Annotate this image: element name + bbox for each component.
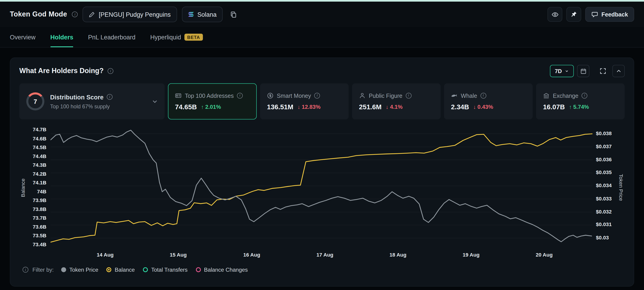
tab-overview[interactable]: Overview <box>10 27 36 47</box>
balance-dot <box>106 267 112 272</box>
person-icon <box>359 92 366 99</box>
price-tick: $0.038 <box>596 131 612 136</box>
copy-address-button[interactable] <box>228 7 239 22</box>
x-axis-label: 17 Aug <box>316 252 334 258</box>
legend-balance[interactable]: Balance <box>106 267 135 273</box>
stat-change: ↓ 4.1% <box>386 104 403 110</box>
x-axis-labels: 14 Aug15 Aug16 Aug17 Aug18 Aug19 Aug20 A… <box>50 249 593 260</box>
balance-tick: 74.3B <box>33 162 46 168</box>
stat-value: 74.65B <box>175 103 197 111</box>
balance-tick: 74.5B <box>33 145 46 150</box>
chart-legend: Filter by: Token Price Balance Total Tra… <box>19 263 625 276</box>
balance-tick: 74.7B <box>33 127 46 133</box>
time-range-value: 7D <box>555 68 562 74</box>
balance-tick: 74.2B <box>33 171 46 177</box>
x-axis-label: 20 Aug <box>536 252 553 258</box>
left-axis-title: Balance <box>19 126 26 249</box>
caret-down-icon <box>565 69 569 73</box>
stat-card-whale[interactable]: Whale 2.34B ↓ 0.43% <box>444 83 532 120</box>
copy-icon <box>230 11 237 18</box>
balance-tick: 74B <box>37 189 46 195</box>
stat-card-smart-money[interactable]: Smart Money 136.51M ↓ 12.83% <box>260 83 348 120</box>
beta-badge: BETA <box>184 34 203 40</box>
panel-title: What Are Holders Doing? <box>19 67 104 75</box>
distribution-score-gauge: 7 <box>26 92 44 110</box>
time-range-selector[interactable]: 7D <box>550 65 574 77</box>
legend-token-price[interactable]: Token Price <box>61 267 98 273</box>
x-axis-label: 15 Aug <box>170 252 187 258</box>
pin-button[interactable] <box>566 7 582 22</box>
balance-tick: 74.4B <box>33 153 46 159</box>
info-icon <box>107 94 112 100</box>
stat-card-top-100-addresses[interactable]: Top 100 Addresses 74.65B ↑ 2.01% <box>168 83 257 120</box>
info-icon <box>237 92 243 98</box>
eye-icon <box>552 11 558 18</box>
x-axis-label: 16 Aug <box>244 252 260 258</box>
x-axis-label: 14 Aug <box>97 252 114 258</box>
holders-chart-area: Balance 74.7B74.6B74.5B74.4B74.3B74.2B74… <box>19 126 625 260</box>
stat-change: ↓ 0.43% <box>473 104 493 110</box>
info-icon <box>23 267 28 273</box>
pencil-icon <box>89 11 95 17</box>
balance-tick: 73.6B <box>33 224 46 230</box>
id-card-icon <box>175 92 182 99</box>
balance-tick: 73.7B <box>33 215 46 221</box>
x-axis-label: 19 Aug <box>463 252 480 258</box>
info-icon <box>406 92 412 98</box>
bank-icon <box>543 92 550 99</box>
tab-bar: Overview Holders PnL Leaderboard Hyperli… <box>0 27 644 48</box>
distribution-score-subtitle: Top 100 hold 67% supply <box>50 103 112 109</box>
info-icon <box>108 68 114 74</box>
info-icon <box>480 92 486 98</box>
expand-icon <box>600 68 606 74</box>
holders-panel: What Are Holders Doing? 7D <box>10 57 634 287</box>
price-tick: $0.034 <box>596 183 612 188</box>
balance-tick: 74.6B <box>33 136 46 141</box>
tab-pnl-leaderboard[interactable]: PnL Leaderboard <box>88 27 136 47</box>
stat-change: ↓ 12.83% <box>298 104 320 110</box>
info-icon <box>582 92 588 98</box>
plot-column: 14 Aug15 Aug16 Aug17 Aug18 Aug19 Aug20 A… <box>50 126 593 260</box>
chain-selector-label: Solana <box>197 11 216 18</box>
price-axis-ticks: $0.038$0.037$0.036$0.035$0.034$0.033$0.0… <box>593 126 618 249</box>
price-tick: $0.03 <box>596 235 609 241</box>
stat-change: ↑ 5.74% <box>569 104 589 110</box>
chevron-up-icon <box>616 68 621 73</box>
holders-chart[interactable] <box>50 126 593 249</box>
legend-total-transfers[interactable]: Total Transfers <box>143 267 188 273</box>
price-tick: $0.032 <box>596 209 612 214</box>
solana-icon <box>188 12 194 17</box>
stat-value: 2.34B <box>451 103 469 111</box>
feedback-label: Feedback <box>601 11 628 18</box>
token-price-dot <box>61 267 66 272</box>
legend-balance-changes[interactable]: Balance Changes <box>196 267 248 273</box>
chain-selector[interactable]: Solana <box>182 7 223 22</box>
balance-axis-ticks: 74.7B74.6B74.5B74.4B74.3B74.2B74.1B74B73… <box>26 126 50 249</box>
watchlist-button[interactable] <box>548 7 563 22</box>
tab-holders[interactable]: Holders <box>50 27 73 47</box>
distribution-score-card[interactable]: 7 Distribution Score Top 100 hold 67% su… <box>19 83 164 120</box>
balance-tick: 73.5B <box>33 233 46 239</box>
stats-row: 7 Distribution Score Top 100 hold 67% su… <box>19 83 625 120</box>
calendar-icon <box>580 68 586 74</box>
token-selector[interactable]: [PENGU] Pudgy Penguins <box>83 7 177 22</box>
balance-tick: 73.8B <box>33 206 46 212</box>
whale-icon <box>451 92 458 99</box>
calendar-button[interactable] <box>577 65 590 77</box>
feedback-button[interactable]: Feedback <box>585 7 634 22</box>
fullscreen-button[interactable] <box>597 65 609 77</box>
app-header: Token God Mode [PENGU] Pudgy Penguins So… <box>0 1 644 27</box>
tab-hyperliquid[interactable]: Hyperliquid BETA <box>150 27 203 47</box>
chat-bubble-icon <box>592 11 598 18</box>
page-title: Token God Mode <box>10 10 67 18</box>
coin-icon <box>267 92 274 99</box>
distribution-score-value: 7 <box>26 92 44 110</box>
collapse-button[interactable] <box>612 65 625 77</box>
info-icon <box>314 92 320 98</box>
panel-header: What Are Holders Doing? 7D <box>19 64 625 77</box>
right-axis-title: Token Price <box>618 126 625 249</box>
x-axis-label: 18 Aug <box>390 252 406 258</box>
balance-tick: 73.9B <box>33 198 46 203</box>
stat-card-public-figure[interactable]: Public Figure 251.6M ↓ 4.1% <box>352 83 441 120</box>
stat-card-exchange[interactable]: Exchange 16.07B ↑ 5.74% <box>536 83 625 120</box>
